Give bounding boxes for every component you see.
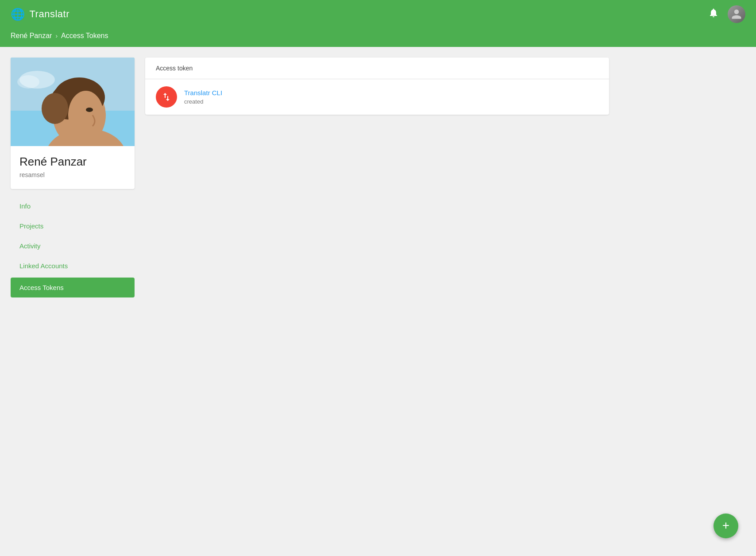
globe-icon: 🌐 — [11, 8, 25, 21]
token-transfer-icon — [156, 86, 177, 108]
token-card-header: Access token — [145, 58, 609, 79]
sidebar-item-info[interactable]: Info — [11, 196, 135, 216]
sidebar-item-access-tokens[interactable]: Access Tokens — [11, 278, 135, 297]
profile-card: René Panzar resamsel — [11, 58, 135, 189]
token-name[interactable]: Translatr CLI — [184, 89, 222, 97]
main-content: René Panzar resamsel Info Projects Activ… — [0, 47, 620, 310]
svg-point-10 — [17, 75, 39, 89]
breadcrumb-separator: › — [55, 32, 58, 39]
profile-photo — [11, 58, 135, 146]
add-icon: + — [722, 519, 729, 532]
sidebar-item-projects[interactable]: Projects — [11, 216, 135, 236]
right-panel: Access token Translatr CLI created — [145, 58, 609, 299]
breadcrumb-current: Access Tokens — [61, 32, 108, 40]
app-brand: 🌐 Translatr — [11, 8, 69, 21]
sidebar: René Panzar resamsel Info Projects Activ… — [11, 58, 135, 299]
app-name: Translatr — [30, 8, 69, 20]
topbar-actions — [708, 5, 745, 23]
user-avatar[interactable] — [728, 5, 745, 23]
sidebar-item-linked-accounts[interactable]: Linked Accounts — [11, 256, 135, 276]
profile-info: René Panzar resamsel — [11, 146, 135, 189]
svg-point-7 — [68, 91, 104, 139]
notification-bell-icon[interactable] — [708, 8, 719, 21]
profile-username: resamsel — [19, 171, 126, 178]
breadcrumb-bar: René Panzar › Access Tokens — [0, 28, 756, 47]
topbar: 🌐 Translatr — [0, 0, 756, 28]
token-card: Access token Translatr CLI created — [145, 58, 609, 115]
token-row: Translatr CLI created — [145, 79, 609, 115]
token-status: created — [184, 98, 222, 105]
sidebar-item-activity[interactable]: Activity — [11, 236, 135, 256]
svg-point-8 — [86, 108, 93, 112]
svg-point-6 — [42, 93, 68, 124]
token-details: Translatr CLI created — [184, 89, 222, 105]
profile-name: René Panzar — [19, 155, 126, 169]
add-fab-button[interactable]: + — [714, 514, 738, 538]
breadcrumb-user-link[interactable]: René Panzar — [11, 32, 52, 40]
sidebar-nav: Info Projects Activity Linked Accounts A… — [11, 196, 135, 299]
